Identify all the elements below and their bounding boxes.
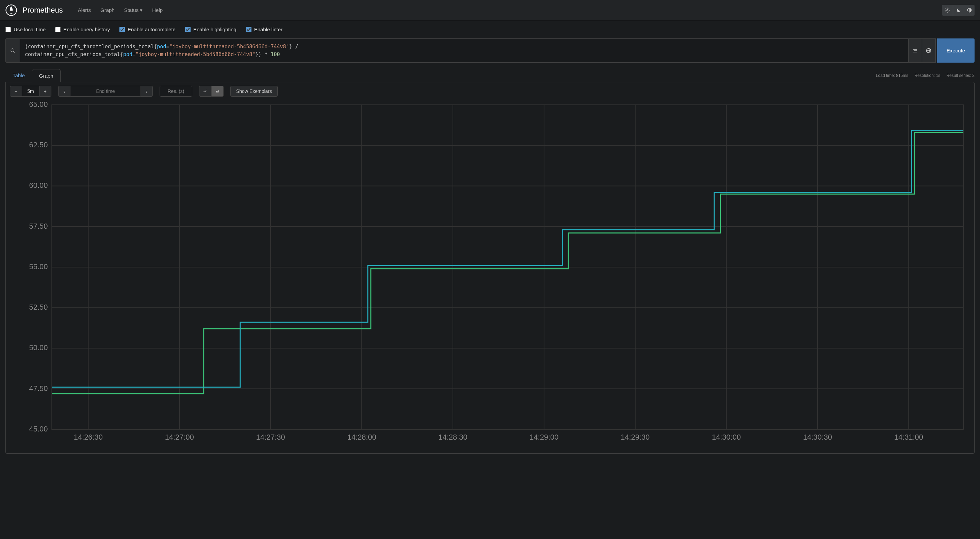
checkbox-autocomplete[interactable] [119,27,125,32]
svg-text:14:27:00: 14:27:00 [165,433,194,441]
meta-row: Table Graph Load time: 815ms Resolution:… [0,63,980,82]
meta-load-time: Load time: 815ms [876,73,908,78]
nav-graph[interactable]: Graph [96,5,119,16]
svg-text:45.00: 45.00 [29,425,48,433]
svg-text:14:28:30: 14:28:30 [438,433,467,441]
chevron-right-icon: › [146,89,147,94]
graph-panel: − + ‹ › Show Exemplars 65.0062.5060.0057… [5,82,975,453]
svg-text:14:29:00: 14:29:00 [530,433,558,441]
nav-help[interactable]: Help [148,5,167,16]
resolution-input[interactable] [159,86,192,97]
range-increase-button[interactable]: + [39,86,51,97]
svg-text:52.50: 52.50 [29,303,48,312]
theme-contrast-button[interactable] [964,5,975,16]
end-time-input[interactable] [70,86,140,97]
metrics-explorer-button[interactable] [5,38,20,63]
search-icon [10,48,16,53]
checkbox-linter[interactable] [246,27,251,32]
meta-result-series: Result series: 2 [946,73,975,78]
show-exemplars-button[interactable]: Show Exemplars [231,86,278,97]
option-autocomplete[interactable]: Enable autocomplete [119,27,176,32]
time-group: ‹ › [58,86,153,97]
svg-text:60.00: 60.00 [29,181,48,189]
option-query-history[interactable]: Enable query history [55,27,110,32]
checkbox-query-history[interactable] [55,27,60,32]
range-group: − + [10,86,51,97]
svg-text:62.50: 62.50 [29,140,48,149]
chart-stacked-button[interactable] [211,86,224,97]
checkbox-local-time[interactable] [5,27,11,32]
svg-text:57.50: 57.50 [29,222,48,231]
svg-text:65.00: 65.00 [29,102,48,108]
moon-icon [956,8,961,13]
query-row: (container_cpu_cfs_throttled_periods_tot… [0,38,980,63]
settings-button[interactable] [942,5,953,16]
query-globe-button[interactable] [922,38,936,63]
indent-icon [912,48,918,53]
area-chart-icon [215,89,220,94]
svg-text:55.00: 55.00 [29,262,48,271]
svg-text:50.00: 50.00 [29,343,48,352]
svg-text:14:31:00: 14:31:00 [894,433,923,441]
contrast-icon [967,8,972,13]
checkbox-highlighting[interactable] [185,27,191,32]
option-highlighting[interactable]: Enable highlighting [185,27,237,32]
option-linter[interactable]: Enable linter [246,27,282,32]
svg-point-1 [947,10,948,11]
svg-text:14:30:00: 14:30:00 [712,433,741,441]
format-query-button[interactable] [908,38,922,63]
options-row: Use local time Enable query history Enab… [0,21,980,38]
svg-text:14:29:30: 14:29:30 [620,433,649,441]
navbar: Prometheus Alerts Graph Status ▾ Help [0,0,980,21]
time-forward-button[interactable]: › [140,86,153,97]
option-local-time[interactable]: Use local time [5,27,46,32]
query-input[interactable]: (container_cpu_cfs_throttled_periods_tot… [20,38,908,63]
chart-line-button[interactable] [199,86,211,97]
nav-status[interactable]: Status ▾ [120,5,147,16]
line-chart-icon [203,89,208,94]
brand-title: Prometheus [22,6,63,14]
range-input[interactable] [22,86,39,97]
chart: 65.0062.5060.0057.5055.0052.5050.0047.50… [10,102,970,447]
tab-table[interactable]: Table [5,69,32,82]
svg-text:47.50: 47.50 [29,384,48,393]
meta-resolution: Resolution: 1s [914,73,940,78]
svg-text:14:30:30: 14:30:30 [803,433,832,441]
tab-graph[interactable]: Graph [32,69,60,82]
globe-icon [926,48,931,53]
svg-text:14:27:30: 14:27:30 [256,433,285,441]
theme-dark-button[interactable] [953,5,964,16]
chart-type-group [199,86,224,97]
chevron-down-icon: ▾ [140,7,143,13]
svg-text:14:28:00: 14:28:00 [347,433,376,441]
svg-point-3 [11,49,14,52]
nav-alerts[interactable]: Alerts [74,5,95,16]
gear-icon [945,8,950,13]
execute-button[interactable]: Execute [937,38,975,63]
time-back-button[interactable]: ‹ [58,86,70,97]
chevron-left-icon: ‹ [64,89,65,94]
range-decrease-button[interactable]: − [10,86,22,97]
svg-text:14:26:30: 14:26:30 [74,433,103,441]
prometheus-logo-icon [5,5,17,16]
chart-svg: 65.0062.5060.0057.5055.0052.5050.0047.50… [10,102,970,447]
